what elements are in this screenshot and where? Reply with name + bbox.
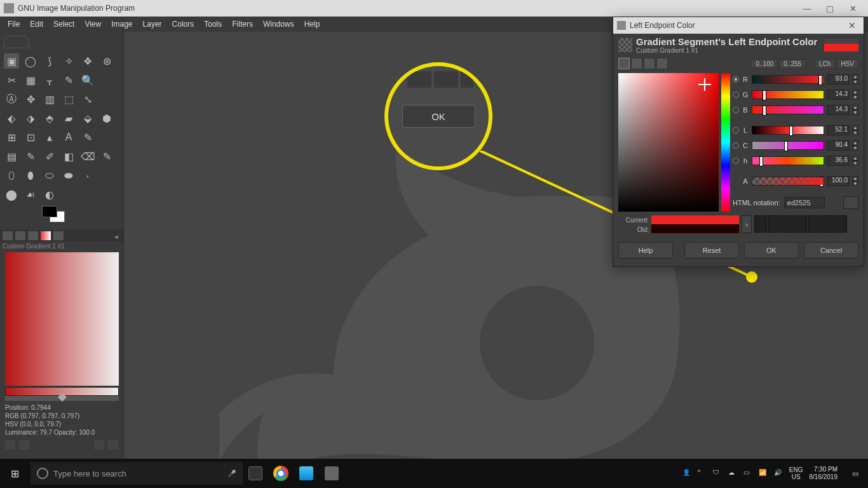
history-swatch[interactable] (808, 215, 820, 224)
ok-button[interactable]: OK (744, 242, 799, 259)
slider-a[interactable] (752, 177, 824, 186)
range-0-100[interactable]: 0..100 (751, 59, 778, 69)
menu-colors[interactable]: Colors (167, 18, 200, 30)
mode-lch[interactable]: LCh (815, 59, 835, 69)
tool-rotate[interactable]: ⬚ (61, 92, 76, 107)
tray-onedrive-icon[interactable]: ☁ (728, 469, 737, 478)
radio-l[interactable] (733, 127, 739, 133)
dock-tab-1[interactable] (3, 231, 13, 240)
dock-tab-3[interactable] (28, 231, 38, 240)
taskbar-explorer[interactable] (294, 459, 319, 488)
history-swatch[interactable] (834, 224, 847, 233)
tool-foreground[interactable]: ✂ (4, 72, 19, 88)
dock-tab-5[interactable] (53, 231, 64, 240)
spin-r[interactable]: ▲▼ (852, 74, 858, 85)
menu-layer[interactable]: Layer (138, 18, 167, 30)
dock-tab-gradients[interactable] (41, 231, 51, 240)
slider-l[interactable] (752, 126, 824, 135)
spin-a[interactable]: ▲▼ (852, 176, 858, 186)
menu-view[interactable]: View (79, 18, 106, 30)
dialog-titlebar[interactable]: Left Endpoint Color ✕ (613, 17, 864, 34)
slider-r[interactable] (752, 75, 824, 84)
taskbar-search[interactable]: Type here to search 🎤 (31, 462, 243, 485)
spin-h[interactable]: ▲▼ (852, 156, 858, 166)
value-g[interactable]: 14.3 (827, 90, 850, 100)
html-notation-input[interactable] (784, 197, 825, 208)
tool-rect-select[interactable]: ▣ (4, 53, 19, 69)
zoom-ok-button[interactable]: OK (402, 105, 475, 128)
spin-c[interactable]: ▲▼ (852, 140, 858, 151)
value-r[interactable]: 93.0 (827, 74, 850, 85)
tool-t41[interactable]: ⬫ (80, 168, 95, 183)
reset-button[interactable]: Reset (684, 242, 739, 259)
tray-clock[interactable]: 7:30 PM 8/16/2019 (810, 466, 838, 481)
spin-l[interactable]: ▲▼ (852, 125, 858, 135)
close-button[interactable]: ✕ (841, 0, 864, 17)
hue-bar[interactable] (721, 73, 730, 212)
spin-g[interactable]: ▲▼ (852, 90, 858, 100)
slider-g[interactable] (752, 90, 824, 99)
radio-r[interactable] (733, 76, 739, 83)
color-tab-cmyk[interactable] (631, 58, 642, 69)
value-c[interactable]: 90.4 (827, 140, 850, 151)
history-swatch[interactable] (781, 215, 794, 224)
tool-handle[interactable]: ⬘ (42, 111, 57, 126)
tool-bucket[interactable]: ⊡ (23, 130, 38, 145)
add-to-history-button[interactable]: › (742, 215, 752, 233)
menu-select[interactable]: Select (48, 18, 79, 30)
tray-volume-icon[interactable]: 🔊 (774, 469, 783, 478)
grad-btn-3[interactable] (94, 440, 104, 449)
old-color-bar[interactable] (651, 224, 739, 233)
dialog-close-button[interactable]: ✕ (844, 20, 860, 30)
tool-eraser[interactable] (99, 130, 114, 145)
value-l[interactable]: 52.1 (827, 125, 850, 135)
tool-cage[interactable]: ⬙ (80, 111, 95, 126)
tool-shear[interactable] (99, 92, 114, 107)
tray-battery-icon[interactable]: ▭ (743, 469, 752, 478)
tool-flip[interactable]: ▰ (61, 111, 76, 126)
dock-menu-icon[interactable]: ◂ (114, 233, 121, 239)
tool-ink[interactable]: ✎ (23, 149, 38, 164)
tray-up-icon[interactable]: ^ (698, 469, 707, 478)
tool-t42[interactable] (99, 168, 114, 183)
tray-people-icon[interactable]: 👤 (682, 469, 691, 478)
menu-windows[interactable]: Windows (258, 18, 299, 30)
history-swatch[interactable] (768, 215, 780, 224)
tool-t40[interactable]: ⬬ (61, 168, 76, 183)
radio-b[interactable] (733, 107, 739, 113)
tool-fuzzy-select[interactable]: ✧ (61, 53, 76, 69)
value-a[interactable]: 100.0 (827, 176, 850, 186)
tool-color-picker[interactable]: ᚁ (42, 72, 57, 88)
tool-t43[interactable]: ⬤ (4, 187, 19, 202)
history-swatch[interactable] (808, 224, 820, 233)
history-swatch[interactable] (794, 215, 807, 224)
slider-b[interactable] (752, 105, 824, 114)
tool-ellipse-select[interactable]: ◯ (23, 53, 38, 69)
menu-help[interactable]: Help (299, 18, 325, 30)
tray-language[interactable]: ENG US (789, 466, 803, 480)
tray-wifi-icon[interactable]: 📶 (759, 469, 768, 478)
tool-clone[interactable]: ◧ (61, 149, 76, 164)
fg-color-swatch[interactable] (42, 206, 57, 217)
tray-security-icon[interactable]: 🛡 (713, 469, 722, 478)
tool-measure[interactable] (99, 72, 114, 88)
color-swatches[interactable] (4, 206, 42, 226)
tool-zoom[interactable]: 🔍 (80, 72, 95, 88)
tool-unified[interactable]: ⬗ (23, 111, 38, 126)
gradient-preview[interactable] (5, 252, 119, 386)
tool-paths[interactable]: ▦ (23, 72, 38, 88)
tool-scissors[interactable]: ⊛ (99, 53, 114, 69)
history-swatch[interactable] (768, 224, 780, 233)
tool-move[interactable]: Ⓐ (4, 92, 19, 107)
tool-warp[interactable]: ⬢ (99, 111, 114, 126)
eyedropper-button[interactable] (843, 196, 858, 209)
cancel-button[interactable]: Cancel (804, 242, 858, 259)
tool-mypaint[interactable]: ✐ (42, 149, 57, 164)
history-swatch[interactable] (781, 224, 794, 233)
tool-align[interactable]: ✥ (23, 92, 38, 107)
grad-btn-1[interactable] (5, 440, 15, 449)
tool-pencil[interactable]: A (61, 130, 76, 145)
color-field[interactable] (618, 73, 719, 212)
tool-t44[interactable]: ☙ (23, 187, 38, 202)
radio-h[interactable] (733, 158, 739, 164)
